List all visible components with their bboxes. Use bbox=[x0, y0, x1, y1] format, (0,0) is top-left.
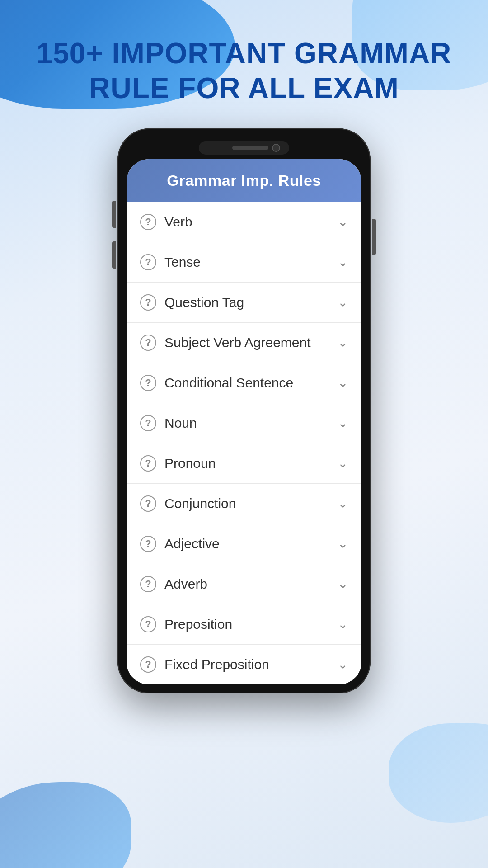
chevron-down-icon: ⌄ bbox=[338, 457, 348, 470]
grammar-list: ?Verb⌄?Tense⌄?Question Tag⌄?Subject Verb… bbox=[127, 202, 361, 684]
grammar-label-subject-verb-agreement: Subject Verb Agreement bbox=[164, 335, 311, 350]
app-header: Grammar Imp. Rules bbox=[127, 159, 361, 202]
chevron-down-icon: ⌄ bbox=[338, 538, 348, 550]
chevron-down-icon: ⌄ bbox=[338, 618, 348, 631]
grammar-item-adverb[interactable]: ?Adverb⌄ bbox=[127, 564, 361, 604]
grammar-label-verb: Verb bbox=[164, 214, 192, 230]
chevron-down-icon: ⌄ bbox=[338, 296, 348, 309]
grammar-label-fixed-preposition: Fixed Preposition bbox=[164, 657, 269, 672]
phone-button-vol-down bbox=[112, 241, 116, 269]
question-mark-icon: ? bbox=[140, 375, 156, 391]
grammar-label-tense: Tense bbox=[164, 255, 201, 270]
chevron-down-icon: ⌄ bbox=[338, 377, 348, 389]
grammar-item-question-tag[interactable]: ?Question Tag⌄ bbox=[127, 283, 361, 323]
phone-screen: Grammar Imp. Rules ?Verb⌄?Tense⌄?Questio… bbox=[127, 159, 361, 684]
phone-button-vol-up bbox=[112, 201, 116, 228]
grammar-item-pronoun[interactable]: ?Pronoun⌄ bbox=[127, 443, 361, 484]
question-mark-icon: ? bbox=[140, 214, 156, 230]
notch-camera bbox=[272, 144, 280, 152]
question-mark-icon: ? bbox=[140, 656, 156, 673]
app-header-title: Grammar Imp. Rules bbox=[167, 172, 321, 189]
question-mark-icon: ? bbox=[140, 495, 156, 512]
chevron-down-icon: ⌄ bbox=[338, 417, 348, 429]
grammar-label-pronoun: Pronoun bbox=[164, 456, 216, 471]
chevron-down-icon: ⌄ bbox=[338, 497, 348, 510]
phone-notch bbox=[199, 141, 289, 155]
question-mark-icon: ? bbox=[140, 536, 156, 552]
grammar-item-noun[interactable]: ?Noun⌄ bbox=[127, 403, 361, 443]
chevron-down-icon: ⌄ bbox=[338, 256, 348, 269]
grammar-item-preposition[interactable]: ?Preposition⌄ bbox=[127, 604, 361, 645]
page-title: 150+ IMPORTANT GRAMMAR RULE FOR ALL EXAM bbox=[0, 0, 488, 128]
question-mark-icon: ? bbox=[140, 455, 156, 472]
grammar-item-fixed-preposition[interactable]: ?Fixed Preposition⌄ bbox=[127, 645, 361, 684]
chevron-down-icon: ⌄ bbox=[338, 336, 348, 349]
grammar-label-adjective: Adjective bbox=[164, 536, 220, 552]
grammar-item-tense[interactable]: ?Tense⌄ bbox=[127, 242, 361, 283]
notch-pill bbox=[232, 146, 268, 150]
grammar-label-noun: Noun bbox=[164, 415, 197, 431]
phone-button-power bbox=[372, 219, 376, 255]
question-mark-icon: ? bbox=[140, 254, 156, 270]
grammar-item-adjective[interactable]: ?Adjective⌄ bbox=[127, 524, 361, 564]
chevron-down-icon: ⌄ bbox=[338, 216, 348, 228]
chevron-down-icon: ⌄ bbox=[338, 578, 348, 590]
phone-notch-area bbox=[127, 137, 361, 159]
grammar-item-subject-verb-agreement[interactable]: ?Subject Verb Agreement⌄ bbox=[127, 323, 361, 363]
question-mark-icon: ? bbox=[140, 616, 156, 632]
chevron-down-icon: ⌄ bbox=[338, 658, 348, 671]
grammar-label-question-tag: Question Tag bbox=[164, 295, 244, 310]
grammar-label-adverb: Adverb bbox=[164, 576, 207, 592]
question-mark-icon: ? bbox=[140, 335, 156, 351]
grammar-label-preposition: Preposition bbox=[164, 617, 232, 632]
grammar-label-conjunction: Conjunction bbox=[164, 496, 236, 511]
question-mark-icon: ? bbox=[140, 415, 156, 431]
grammar-item-verb[interactable]: ?Verb⌄ bbox=[127, 202, 361, 242]
phone-frame: Grammar Imp. Rules ?Verb⌄?Tense⌄?Questio… bbox=[117, 128, 371, 693]
question-mark-icon: ? bbox=[140, 576, 156, 592]
question-mark-icon: ? bbox=[140, 294, 156, 311]
grammar-item-conjunction[interactable]: ?Conjunction⌄ bbox=[127, 484, 361, 524]
grammar-item-conditional-sentence[interactable]: ?Conditional Sentence⌄ bbox=[127, 363, 361, 403]
grammar-label-conditional-sentence: Conditional Sentence bbox=[164, 375, 293, 391]
